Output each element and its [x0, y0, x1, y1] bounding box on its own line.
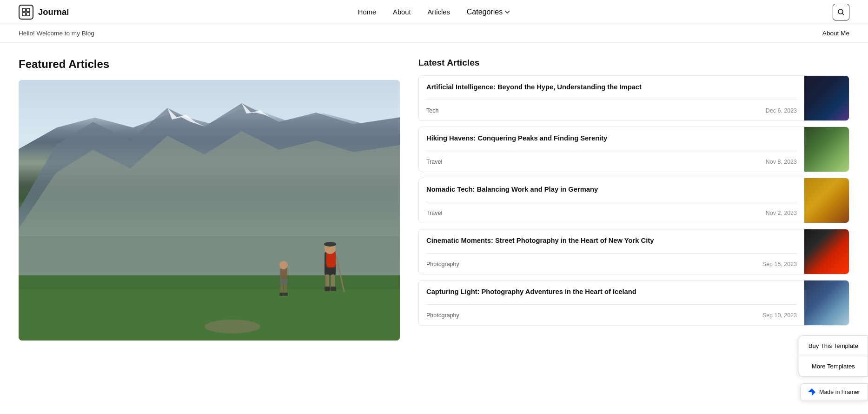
marquee-bar: Hello! Welcome to my Blog About Me: [0, 24, 868, 43]
svg-rect-3: [27, 13, 30, 16]
article-card-divider: [426, 253, 797, 254]
article-card-category: Tech: [426, 107, 438, 114]
nav-item-about[interactable]: About: [393, 8, 411, 16]
marquee-right-link[interactable]: About Me: [822, 30, 849, 37]
nav-link-home[interactable]: Home: [358, 8, 376, 16]
main-content: Featured Articles: [0, 58, 868, 341]
article-card-title: Capturing Light: Photography Adventures …: [426, 287, 797, 297]
article-card-category: Photography: [426, 261, 459, 267]
latest-title: Latest Articles: [418, 58, 849, 68]
article-card-divider: [426, 202, 797, 202]
nav-link-categories[interactable]: Categories: [467, 8, 510, 16]
article-card-date: Sep 15, 2023: [762, 261, 797, 267]
article-card-divider: [426, 100, 797, 100]
more-templates-button[interactable]: More Templates: [799, 356, 868, 377]
article-card-image: [804, 178, 849, 223]
article-card-image: [804, 280, 849, 325]
buy-template-button[interactable]: Buy This Template: [799, 335, 868, 356]
svg-rect-1: [27, 8, 30, 12]
navbar: Journal Home About Articles Categories: [0, 0, 868, 24]
logo-svg: [22, 8, 30, 16]
article-card-title: Artificial Intelligence: Beyond the Hype…: [426, 82, 797, 92]
article-card-meta: Tech Dec 6, 2023: [426, 107, 797, 114]
svg-rect-0: [22, 8, 26, 12]
article-card[interactable]: Capturing Light: Photography Adventures …: [418, 280, 849, 326]
article-card-meta: Travel Nov 2, 2023: [426, 210, 797, 216]
nav-item-home[interactable]: Home: [358, 8, 376, 16]
article-card-category: Photography: [426, 312, 459, 319]
nav-link-about[interactable]: About: [393, 8, 411, 16]
article-card-body: Hiking Havens: Conquering Peaks and Find…: [419, 127, 804, 172]
article-card[interactable]: Hiking Havens: Conquering Peaks and Find…: [418, 127, 849, 172]
article-card-meta: Travel Nov 8, 2023: [426, 159, 797, 165]
article-card-date: Dec 6, 2023: [766, 107, 797, 114]
framer-logo-icon: [808, 388, 815, 396]
featured-title: Featured Articles: [19, 58, 400, 71]
logo-icon: [19, 5, 33, 20]
featured-section: Featured Articles: [19, 58, 400, 341]
article-card-category: Travel: [426, 210, 442, 216]
article-card-date: Nov 2, 2023: [766, 210, 797, 216]
article-card-body: Artificial Intelligence: Beyond the Hype…: [419, 76, 804, 120]
article-card-body: Capturing Light: Photography Adventures …: [419, 280, 804, 325]
nav-item-categories[interactable]: Categories: [467, 8, 510, 16]
article-card-meta: Photography Sep 10, 2023: [426, 312, 797, 319]
article-card-title: Nomadic Tech: Balancing Work and Play in…: [426, 185, 797, 194]
marquee-left: Hello! Welcome to my Blog: [19, 30, 94, 37]
featured-image[interactable]: [19, 80, 400, 341]
floating-buttons: Buy This Template More Templates: [799, 335, 868, 377]
logo-link[interactable]: Journal: [19, 5, 69, 20]
article-card-body: Nomadic Tech: Balancing Work and Play in…: [419, 178, 804, 223]
article-card-divider: [426, 304, 797, 305]
article-card-divider: [426, 151, 797, 151]
framer-badge-label: Made in Framer: [819, 389, 860, 395]
svg-rect-2: [22, 13, 26, 16]
article-card-title: Hiking Havens: Conquering Peaks and Find…: [426, 134, 797, 143]
nav-item-articles[interactable]: Articles: [428, 8, 450, 16]
article-card[interactable]: Cinematic Moments: Street Photography in…: [418, 229, 849, 274]
article-card-body: Cinematic Moments: Street Photography in…: [419, 229, 804, 274]
article-card-meta: Photography Sep 15, 2023: [426, 261, 797, 267]
chevron-down-icon: [504, 9, 510, 15]
article-card-title: Cinematic Moments: Street Photography in…: [426, 236, 797, 246]
article-card-category: Travel: [426, 159, 442, 165]
search-button[interactable]: [833, 4, 849, 20]
article-card[interactable]: Nomadic Tech: Balancing Work and Play in…: [418, 178, 849, 223]
latest-section: Latest Articles Artificial Intelligence:…: [400, 58, 849, 341]
article-card-image: [804, 127, 849, 172]
article-card-date: Sep 10, 2023: [762, 312, 797, 319]
article-card[interactable]: Artificial Intelligence: Beyond the Hype…: [418, 75, 849, 121]
framer-badge[interactable]: Made in Framer: [800, 383, 868, 401]
article-card-image: [804, 229, 849, 274]
article-card-image: [804, 76, 849, 120]
nav-links: Home About Articles Categories: [358, 8, 510, 16]
search-icon: [837, 8, 845, 16]
article-card-date: Nov 8, 2023: [766, 159, 797, 165]
logo-text: Journal: [38, 7, 69, 17]
articles-list: Artificial Intelligence: Beyond the Hype…: [418, 75, 849, 326]
nav-link-articles[interactable]: Articles: [428, 8, 450, 16]
